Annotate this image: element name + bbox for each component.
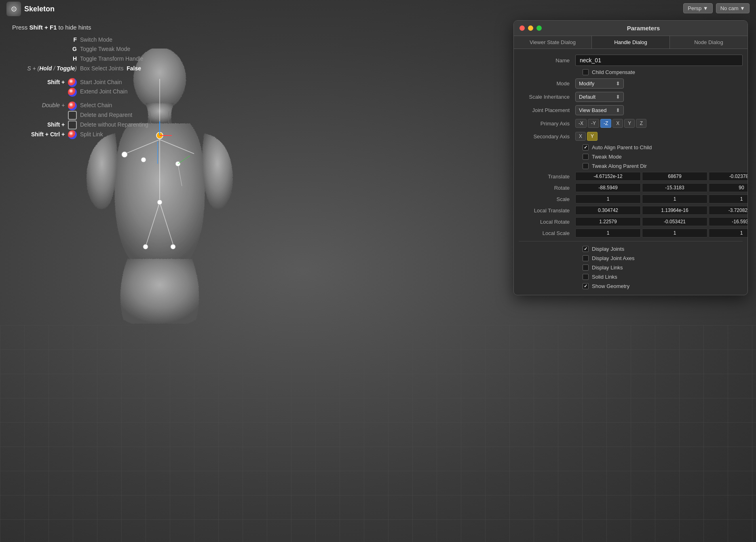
secondary-axis-row: Secondary Axis X Y (514, 130, 748, 143)
show-geometry-label: Show Geometry (592, 283, 629, 289)
local-rotate-fields (575, 217, 748, 226)
local-rotate-label: Local Rotate (519, 219, 575, 225)
tweak-along-parent-checkbox[interactable] (583, 163, 589, 169)
translate-z[interactable] (709, 172, 748, 181)
rotate-y[interactable] (642, 183, 707, 192)
hint-row-f: F Switch Mode (12, 35, 148, 45)
rotate-label: Rotate (519, 185, 575, 191)
local-rotate-x[interactable] (575, 217, 641, 226)
joint-placement-select[interactable]: View Based ⬍ (575, 105, 624, 115)
app-title: Skeleton (24, 5, 55, 13)
local-translate-row: Local Translate (514, 205, 748, 216)
local-translate-y[interactable] (642, 206, 707, 215)
translate-y[interactable] (642, 172, 707, 181)
translate-fields (575, 172, 748, 181)
secondary-axis-buttons: X Y (575, 132, 598, 141)
local-scale-z[interactable] (709, 229, 748, 237)
rotate-x[interactable] (575, 183, 641, 192)
primary-axis-label: Primary Axis (519, 121, 575, 127)
mode-value: Modify (579, 80, 594, 87)
tweak-mode-checkbox[interactable] (583, 154, 589, 160)
auto-align-row: Auto Align Parent to Child (514, 143, 748, 152)
joint-placement-label: Joint Placement (519, 107, 575, 113)
hint-row-double-select: Double + Select Chain (12, 101, 148, 110)
app-icon: ⊙ (6, 2, 21, 16)
local-translate-z[interactable] (709, 206, 748, 215)
close-button[interactable] (519, 25, 525, 31)
display-joint-axes-row: Display Joint Axes (514, 254, 748, 263)
translate-x[interactable] (575, 172, 641, 181)
minimize-button[interactable] (528, 25, 533, 31)
auto-align-checkbox[interactable] (583, 144, 589, 150)
hint-row-g: G Toggle Tweak Mode (12, 44, 148, 54)
show-geometry-checkbox[interactable] (583, 283, 589, 289)
nocam-button[interactable]: No cam ▼ (716, 3, 750, 13)
camera-buttons: Persp ▼ No cam ▼ (683, 3, 750, 13)
show-geometry-row: Show Geometry (514, 282, 748, 291)
primary-axis-neg-z[interactable]: -Z (600, 119, 611, 128)
scale-label: Scale (519, 196, 575, 202)
secondary-axis-x[interactable]: X (575, 132, 586, 141)
rotate-row: Rotate (514, 182, 748, 193)
primary-axis-neg-y[interactable]: -Y (588, 119, 599, 128)
panel-title: Parameters (545, 25, 742, 32)
child-compensate-checkbox[interactable] (583, 69, 589, 75)
panel-body: Name Child Compensate Mode Modify ⬍ Scal… (514, 49, 748, 295)
display-joints-checkbox[interactable] (583, 246, 589, 252)
secondary-axis-label: Secondary Axis (519, 133, 575, 140)
primary-axis-row: Primary Axis -X -Y -Z X Y Z (514, 117, 748, 130)
joint-placement-row: Joint Placement View Based ⬍ (514, 104, 748, 117)
display-joints-row: Display Joints (514, 244, 748, 254)
scale-inheritance-row: Scale Inheritance Default ⬍ (514, 90, 748, 104)
scale-x[interactable] (575, 195, 641, 203)
scale-z[interactable] (709, 195, 748, 203)
local-scale-row: Local Scale (514, 227, 748, 239)
primary-axis-x[interactable]: X (612, 119, 623, 128)
local-rotate-z[interactable] (709, 217, 748, 226)
panel-titlebar: Parameters (514, 21, 748, 36)
solid-links-checkbox[interactable] (583, 274, 589, 280)
display-joints-label: Display Joints (592, 246, 624, 252)
tab-viewer-state[interactable]: Viewer State Dialog (514, 36, 592, 49)
scale-fields (575, 195, 748, 203)
maximize-button[interactable] (536, 25, 542, 31)
persp-button[interactable]: Persp ▼ (683, 3, 712, 13)
display-joint-axes-label: Display Joint Axes (592, 255, 635, 261)
tweak-mode-label: Tweak Mode (592, 154, 622, 160)
local-translate-label: Local Translate (519, 207, 575, 214)
topbar: ⊙ Skeleton Persp ▼ No cam ▼ (0, 0, 756, 18)
local-scale-label: Local Scale (519, 230, 575, 236)
primary-axis-z[interactable]: Z (636, 119, 646, 128)
name-input[interactable] (575, 55, 743, 66)
local-scale-y[interactable] (642, 229, 707, 237)
hint-row-split-link: Shift + Ctrl + Split Link (12, 130, 148, 140)
rotate-z[interactable] (709, 183, 748, 192)
display-links-label: Display Links (592, 265, 623, 271)
mode-label: Mode (519, 80, 575, 87)
solid-links-row: Solid Links (514, 272, 748, 282)
local-translate-x[interactable] (575, 206, 641, 215)
mode-row: Mode Modify ⬍ (514, 77, 748, 90)
name-row: Name (514, 53, 748, 68)
primary-axis-buttons: -X -Y -Z X Y Z (575, 119, 646, 128)
display-links-checkbox[interactable] (583, 265, 589, 271)
tab-node-dialog[interactable]: Node Dialog (670, 36, 748, 49)
primary-axis-y[interactable]: Y (624, 119, 635, 128)
mode-select[interactable]: Modify ⬍ (575, 78, 624, 89)
scale-inheritance-select[interactable]: Default ⬍ (575, 92, 624, 102)
primary-axis-neg-x[interactable]: -X (575, 119, 587, 128)
local-rotate-y[interactable] (642, 217, 707, 226)
hints-title: Press Shift + F1 to hide hints (12, 22, 148, 33)
panel-tabs: Viewer State Dialog Handle Dialog Node D… (514, 36, 748, 49)
tweak-along-parent-label: Tweak Along Parent Dir (592, 163, 647, 169)
secondary-axis-y[interactable]: Y (587, 132, 598, 141)
scale-y[interactable] (642, 195, 707, 203)
translate-row: Translate (514, 171, 748, 182)
display-joint-axes-checkbox[interactable] (583, 255, 589, 261)
tab-handle-dialog[interactable]: Handle Dialog (592, 36, 670, 49)
local-scale-x[interactable] (575, 229, 641, 237)
hint-row-shift-start: Shift + Start Joint Chain (12, 78, 148, 87)
local-translate-fields (575, 206, 748, 215)
rotate-fields (575, 183, 748, 192)
solid-links-label: Solid Links (592, 274, 617, 280)
